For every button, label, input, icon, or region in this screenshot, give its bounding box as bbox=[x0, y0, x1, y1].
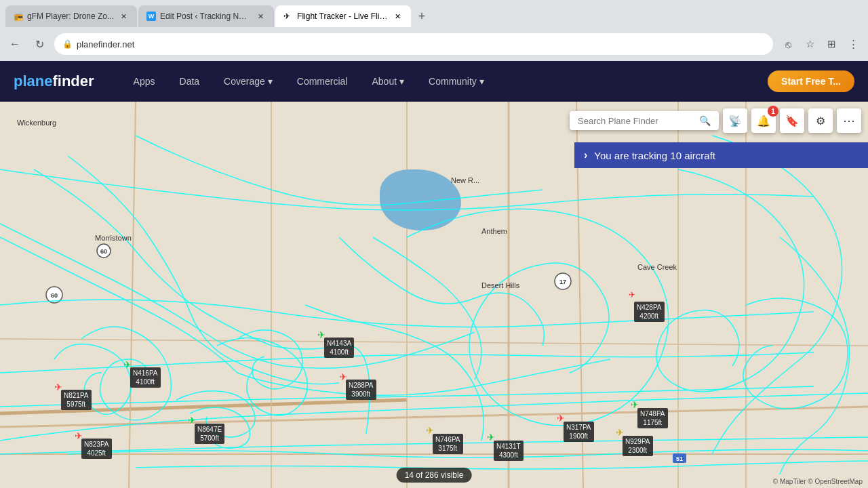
tab-title-gfm: gFM Player: Drone Zo... bbox=[27, 12, 114, 21]
aircraft-n823pa[interactable]: N823PA 4025ft bbox=[81, 439, 112, 459]
nav-apps[interactable]: Apps bbox=[121, 61, 167, 102]
weather-button[interactable]: 📡 bbox=[723, 108, 747, 133]
aircraft-n416pa[interactable]: N416PA 4100ft bbox=[130, 367, 161, 388]
aircraft-n317pa[interactable]: N317PA 1900ft bbox=[564, 422, 594, 442]
tab-close-edit[interactable]: ✕ bbox=[255, 11, 266, 22]
search-box[interactable]: 🔍 bbox=[570, 111, 719, 130]
browser-chrome: 📻 gFM Player: Drone Zo... ✕ W Edit Post … bbox=[0, 0, 868, 61]
extensions-button[interactable]: ⊞ bbox=[822, 35, 841, 54]
address-bar[interactable]: 🔒 planefinder.net bbox=[54, 33, 773, 55]
site-logo[interactable]: planefinder bbox=[14, 73, 94, 90]
aircraft-n929pa[interactable]: N929PA 2300ft bbox=[623, 436, 653, 456]
aircraft-n4143a[interactable]: N4143A 4100ft bbox=[324, 338, 354, 358]
share-button[interactable]: ⎋ bbox=[778, 35, 797, 54]
nav-commercial-label: Commercial bbox=[297, 76, 348, 87]
aircraft-n8647e[interactable]: N8647E 5700ft bbox=[195, 424, 224, 444]
nav-coverage[interactable]: Coverage ▾ bbox=[212, 61, 285, 102]
aircraft-icon-n416pa: ✈ bbox=[123, 359, 132, 370]
tab-favicon-flight: ✈ bbox=[283, 12, 293, 21]
tab-flight[interactable]: ✈ Flight Tracker - Live Flight ✕ bbox=[275, 5, 411, 27]
tab-title-edit: Edit Post ‹ Tracking Nazi... bbox=[160, 12, 251, 21]
tab-gfm[interactable]: 📻 gFM Player: Drone Zo... ✕ bbox=[5, 5, 137, 27]
bookmark-icon: 🔖 bbox=[785, 115, 799, 127]
new-tab-button[interactable]: + bbox=[412, 7, 431, 26]
aircraft-n428pa[interactable]: N428PA 4200ft bbox=[634, 302, 665, 322]
browser-actions: ⎋ ☆ ⊞ ⋮ bbox=[778, 35, 863, 54]
logo-plane: plane bbox=[14, 73, 52, 89]
tracking-message: You are tracking 10 aircraft bbox=[594, 150, 715, 161]
aircraft-n821pa[interactable]: N821PA 5975ft bbox=[61, 390, 92, 410]
nav-commercial[interactable]: Commercial bbox=[285, 61, 360, 102]
settings-button[interactable]: ⚙ bbox=[808, 108, 833, 133]
tracking-banner[interactable]: › You are tracking 10 aircraft bbox=[574, 142, 868, 168]
tab-close-gfm[interactable]: ✕ bbox=[118, 11, 129, 22]
aircraft-icon-n8647e: ✈ bbox=[188, 415, 196, 426]
saved-button[interactable]: 🔖 bbox=[780, 108, 804, 133]
bookmark-button[interactable]: ☆ bbox=[800, 35, 819, 54]
aircraft-icon-n929pa: ✈ bbox=[616, 427, 624, 438]
nav-coverage-label: Coverage bbox=[224, 76, 265, 87]
nav-links: Apps Data Coverage ▾ Commercial About ▾ … bbox=[121, 61, 768, 102]
start-free-button[interactable]: Start Free T... bbox=[768, 70, 854, 92]
aircraft-icon-n4143a: ✈ bbox=[317, 329, 326, 340]
search-input[interactable] bbox=[578, 116, 694, 126]
tab-close-flight[interactable]: ✕ bbox=[392, 11, 403, 22]
search-icon-button[interactable]: 🔍 bbox=[699, 115, 711, 126]
site-nav: planefinder Apps Data Coverage ▾ Commerc… bbox=[0, 61, 868, 102]
aircraft-icon-n428pa: ✈ bbox=[629, 290, 635, 300]
nav-data[interactable]: Data bbox=[167, 61, 212, 102]
nav-apps-label: Apps bbox=[134, 76, 155, 87]
tab-bar: 📻 gFM Player: Drone Zo... ✕ W Edit Post … bbox=[0, 0, 868, 27]
chevron-down-icon: ▾ bbox=[268, 76, 273, 87]
aircraft-n4131t[interactable]: N4131T 4300ft bbox=[494, 441, 524, 461]
lock-icon: 🔒 bbox=[62, 39, 73, 49]
nav-community-label: Community bbox=[429, 76, 477, 87]
aircraft-icon-n317pa: ✈ bbox=[557, 413, 565, 424]
map-credit: © MapTiler © OpenStreetMap bbox=[773, 478, 863, 485]
notification-badge: 1 bbox=[768, 106, 778, 117]
reload-button[interactable]: ↻ bbox=[30, 35, 49, 54]
site-wrapper: planefinder Apps Data Coverage ▾ Commerc… bbox=[0, 61, 868, 488]
search-overlay: 🔍 📡 🔔 1 🔖 ⚙ ⋯ bbox=[570, 108, 861, 133]
more-icon: ⋯ bbox=[843, 113, 855, 128]
nav-community[interactable]: Community ▾ bbox=[416, 61, 496, 102]
nav-about[interactable]: About ▾ bbox=[359, 61, 416, 102]
back-button[interactable]: ← bbox=[5, 35, 24, 54]
notification-button[interactable]: 🔔 1 bbox=[751, 108, 776, 133]
tab-favicon-gfm: 📻 bbox=[14, 12, 23, 21]
more-options-button[interactable]: ⋯ bbox=[837, 108, 861, 133]
aircraft-icon-n4131t: ✈ bbox=[487, 432, 495, 443]
tracking-chevron: › bbox=[584, 149, 587, 161]
tab-title-flight: Flight Tracker - Live Flight bbox=[297, 12, 388, 21]
aircraft-icon-n746pa: ✈ bbox=[426, 425, 434, 436]
aircraft-n746pa[interactable]: N746PA 3175ft bbox=[433, 434, 463, 454]
notification-icon: 🔔 bbox=[757, 115, 770, 127]
nav-about-label: About bbox=[372, 76, 397, 87]
aircraft-n288pa[interactable]: N288PA 3900ft bbox=[346, 380, 376, 400]
tab-favicon-edit: W bbox=[146, 12, 156, 21]
aircraft-icon-n748pa: ✈ bbox=[631, 399, 639, 410]
menu-button[interactable]: ⋮ bbox=[844, 35, 863, 54]
address-bar-row: ← ↻ 🔒 planefinder.net ⎋ ☆ ⊞ ⋮ bbox=[0, 27, 868, 61]
aircraft-icon-n821pa: ✈ bbox=[54, 382, 62, 392]
address-text: planefinder.net bbox=[77, 39, 134, 49]
aircraft-n748pa[interactable]: N748PA 1175ft bbox=[637, 408, 668, 428]
aircraft-icon-n823pa: ✈ bbox=[75, 430, 83, 441]
chevron-down-icon-community: ▾ bbox=[479, 76, 484, 87]
chevron-down-icon-about: ▾ bbox=[399, 76, 404, 87]
weather-icon: 📡 bbox=[728, 115, 742, 127]
settings-icon: ⚙ bbox=[816, 115, 825, 127]
nav-data-label: Data bbox=[180, 76, 200, 87]
logo-finder: finder bbox=[52, 73, 94, 89]
tab-edit[interactable]: W Edit Post ‹ Tracking Nazi... ✕ bbox=[138, 5, 274, 27]
aircraft-icon-n288pa: ✈ bbox=[339, 371, 347, 382]
visible-count: 14 of 286 visible bbox=[397, 468, 472, 483]
map-container[interactable]: 60 60 17 51 bbox=[0, 102, 868, 488]
